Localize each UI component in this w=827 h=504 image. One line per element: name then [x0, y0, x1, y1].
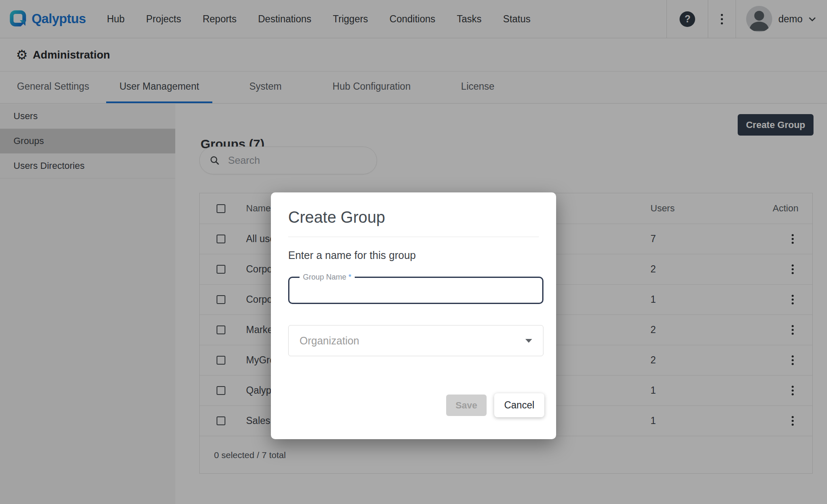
organization-select[interactable]: Organization: [288, 325, 543, 356]
group-name-field: Group Name *: [288, 277, 543, 304]
dialog-title: Create Group: [288, 208, 385, 227]
select-caret-icon: [525, 339, 532, 343]
group-name-label: Group Name *: [300, 273, 355, 282]
dialog-divider: [288, 237, 539, 237]
save-button[interactable]: Save: [446, 395, 487, 416]
organization-placeholder: Organization: [300, 335, 359, 347]
dialog-prompt: Enter a name for this group: [288, 249, 416, 261]
create-group-dialog: Create Group Enter a name for this group…: [271, 192, 556, 439]
app-window: Qalyptus Hub Projects Reports Destinatio…: [0, 0, 827, 504]
cancel-button[interactable]: Cancel: [494, 393, 544, 417]
required-asterisk: *: [348, 273, 351, 281]
